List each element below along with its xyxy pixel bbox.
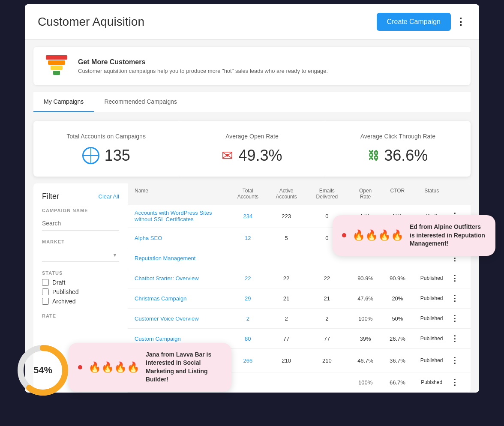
more-options-icon[interactable]: ⋮ [456,16,466,27]
tab-my-campaigns[interactable]: My Campaigns [33,92,94,112]
campaign-name-link[interactable]: Custom Campaign [135,336,181,342]
link-icon: ⛓ [368,149,379,162]
banner-text: Get More Customers Customer aquisition c… [78,58,328,74]
table-row: Customer Voice Overview 2 2 2 100% 50% P… [128,309,471,329]
row-more-icon[interactable]: ⋮ [451,356,459,365]
draft-checkbox-input[interactable] [42,279,49,286]
filter-rate: RATE [42,313,119,318]
cell-name: Chatbot Starter: Overview [135,275,228,282]
col-header-ctor: CTOR [382,188,412,200]
notification-text-1: Ed from Alpine Outfitters is interested … [410,223,486,248]
main-container: Customer Aquisition Create Campaign ⋮ Ge… [25,4,479,393]
row-more-icon[interactable]: ⋮ [451,334,459,343]
donut-chart: 54% [13,340,73,400]
cell-name: Alpha SEO [135,235,228,241]
tab-recommended-campaigns[interactable]: Recommended Campaigns [94,92,187,112]
header-actions: Create Campaign ⋮ [377,13,466,31]
cell-total: 29 [228,295,267,302]
cell-active: 5 [267,235,306,241]
filter-campaign-name: CAMPAIGN NAME [42,208,119,231]
archived-label: Archived [52,298,75,305]
cell-total: 22 [228,275,267,282]
cell-status: Publshed [412,379,451,385]
stat-click-value: ⛓ 36.6% [338,147,458,165]
stat-open-value: ✉ 49.3% [192,147,312,165]
cell-open-rate: 100% [348,315,383,322]
col-header-active: ActiveAccounts [267,188,306,200]
row-more-icon[interactable]: ⋮ [451,314,459,323]
mail-icon: ✉ [222,147,233,164]
cell-status: Published [412,295,451,301]
status-archived-checkbox[interactable]: Archived [42,298,119,305]
col-header-status: Status [412,188,451,200]
rate-label: RATE [42,313,119,318]
campaign-name-label: CAMPAIGN NAME [42,208,119,213]
filter-status: STATUS Draft Published Archived [42,270,119,305]
cell-name: Accounts with WordPress Sites without SS… [135,210,228,222]
fire-icon-2: 🔥🔥🔥🔥 [88,361,140,373]
cell-status: Published [412,336,451,342]
row-more-icon[interactable]: ⋮ [451,294,459,303]
campaign-name-link[interactable]: Christmas Campaign [135,295,186,302]
cell-status: Published [412,315,451,321]
cell-active: 2 [267,315,306,322]
svg-rect-2 [51,66,63,70]
tabs-container: My Campaigns Recommended Campaigns [33,92,471,112]
banner: Get More Customers Customer aquisition c… [33,47,471,85]
archived-checkbox-input[interactable] [42,298,49,305]
campaign-name-link[interactable]: Reputation Management [135,255,195,261]
cell-open-rate: 100% [348,379,383,386]
campaign-name-link[interactable]: Accounts with WordPress Sites without SS… [135,210,212,222]
row-more-icon[interactable]: ⋮ [451,274,459,282]
stat-total-label: Total Accounts on Campaigns [46,133,166,140]
cell-ctor: 50% [382,315,412,322]
clear-all-button[interactable]: Clear All [99,193,119,200]
fire-icon-1: 🔥🔥🔥🔥 [352,229,404,241]
cell-open-rate: 39% [348,336,383,342]
cell-emails: 2 [306,315,348,322]
funnel-icon [44,55,69,77]
svg-rect-1 [48,60,65,65]
table-row: Christmas Campaign 29 21 21 47.6% 20% Pu… [128,288,471,309]
cell-actions: ⋮ [451,334,464,343]
status-draft-checkbox[interactable]: Draft [42,279,119,286]
draft-label: Draft [52,279,65,286]
search-input[interactable] [42,216,119,231]
notification-popup-2: 🔥🔥🔥🔥 Jana from Lavva Bar is interested i… [69,343,231,392]
stat-click-rate: Average Click Through Rate ⛓ 36.6% [325,121,471,177]
campaign-name-link[interactable]: Customer Voice Overview [135,315,199,322]
filter-market: MARKET ▼ [42,239,119,262]
table-header: Name TotalAccounts ActiveAccounts Emails… [128,183,471,204]
stat-open-label: Average Open Rate [192,133,312,140]
create-campaign-button[interactable]: Create Campaign [377,13,451,31]
row-more-icon[interactable]: ⋮ [451,378,459,387]
cell-actions: ⋮ [451,356,464,365]
cell-total: 234 [228,213,267,219]
notification-popup-1: 🔥🔥🔥🔥 Ed from Alpine Outfitters is intere… [333,215,495,256]
cell-name: Reputation Management [135,255,228,261]
cell-ctor: 90.9% [382,275,412,282]
campaign-name-link[interactable]: Chatbot Starter: Overview [135,275,199,282]
cell-total: 2 [228,315,267,322]
status-published-checkbox[interactable]: Published [42,288,119,295]
cell-actions: ⋮ [451,378,464,387]
market-select[interactable] [42,248,119,262]
cell-ctor: 20% [382,295,412,302]
notification-text-2: Jana from Lavva Bar is interested in Soc… [146,351,222,384]
svg-rect-0 [46,55,67,60]
cell-ctor: 66.7% [382,379,412,386]
campaign-name-link[interactable]: Alpha SEO [135,235,162,241]
published-label: Published [52,288,79,295]
cell-total: 80 [228,336,267,342]
col-header-name: Name [135,188,228,200]
market-select-wrapper: ▼ [42,248,119,262]
published-checkbox-input[interactable] [42,288,49,295]
fire-dot-icon-2 [78,365,82,369]
table-row: Chatbot Starter: Overview 22 22 22 90.9%… [128,268,471,288]
banner-description: Customer aquisition campaigns help you t… [78,68,328,74]
stat-total-accounts: Total Accounts on Campaigns 135 [33,121,179,177]
col-header-total: TotalAccounts [228,188,267,200]
cell-name: Custom Campaign [135,336,228,342]
cell-name: Customer Voice Overview [135,315,228,322]
col-header-open: OpenRate [348,188,383,200]
